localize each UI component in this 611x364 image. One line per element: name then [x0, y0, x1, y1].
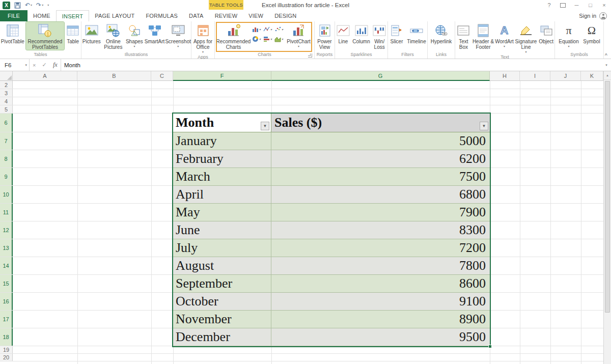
- help-button[interactable]: ?: [542, 0, 556, 10]
- recommended-pivottables-button[interactable]: Recommended PivotTables: [26, 22, 65, 50]
- cell-sales[interactable]: 7800: [271, 257, 490, 274]
- recommended-charts-button[interactable]: Recommended Charts: [217, 22, 251, 50]
- tab-design[interactable]: DESIGN: [269, 10, 302, 21]
- formula-content[interactable]: Month: [61, 59, 602, 71]
- cell-sales[interactable]: 8600: [271, 275, 490, 292]
- cell-month[interactable]: March: [173, 168, 271, 185]
- scrollbar-thumb[interactable]: [605, 81, 610, 313]
- slicer-button[interactable]: Slicer: [388, 22, 405, 44]
- cancel-button[interactable]: ×: [33, 62, 36, 68]
- undo-button[interactable]: ↶▾: [25, 2, 32, 8]
- tab-view[interactable]: VIEW: [243, 10, 269, 21]
- row-header[interactable]: 19: [0, 346, 13, 353]
- shapes-button[interactable]: Shapes ▾: [125, 22, 144, 48]
- text-box-button[interactable]: Text Box: [455, 22, 472, 50]
- row-header[interactable]: 14: [0, 257, 13, 274]
- maximize-button[interactable]: □: [584, 0, 597, 10]
- column-header-c[interactable]: C: [151, 71, 173, 81]
- insert-scatter-chart-button[interactable]: ▾: [273, 24, 285, 34]
- object-button[interactable]: Object: [538, 22, 554, 44]
- month-filter-button[interactable]: ▼: [261, 122, 269, 130]
- tab-insert[interactable]: INSERT: [56, 10, 89, 21]
- apps-for-office-button[interactable]: Apps for Office ▾: [192, 22, 214, 54]
- cell-sales[interactable]: 7900: [271, 204, 490, 221]
- cell-sales[interactable]: 6200: [271, 150, 490, 167]
- table-header-month[interactable]: Month ▼: [173, 114, 271, 132]
- cell-sales[interactable]: 8300: [271, 221, 490, 239]
- insert-pie-chart-button[interactable]: ▾: [251, 34, 262, 44]
- column-header-a[interactable]: A: [13, 71, 77, 81]
- online-pictures-button[interactable]: Online Pictures: [102, 22, 124, 50]
- row-header[interactable]: 3: [0, 89, 13, 97]
- tab-file[interactable]: FILE: [0, 10, 27, 21]
- cell-sales[interactable]: 7500: [271, 168, 490, 185]
- cell-month[interactable]: August: [173, 257, 271, 274]
- header-footer-button[interactable]: Header & Footer: [473, 22, 494, 50]
- column-header-k[interactable]: K: [581, 71, 603, 81]
- customize-quick-access-button[interactable]: ▾: [47, 2, 49, 8]
- cell-month[interactable]: February: [173, 150, 271, 167]
- cell-month[interactable]: April: [173, 186, 271, 203]
- excel-logo-icon[interactable]: X: [3, 2, 10, 9]
- table-button[interactable]: Table: [65, 22, 81, 44]
- select-all-button[interactable]: [0, 71, 13, 81]
- row-header[interactable]: 15: [0, 275, 13, 292]
- cell-month[interactable]: October: [173, 293, 271, 310]
- table-header-sales[interactable]: Sales ($) ▼: [271, 114, 490, 132]
- column-header-j[interactable]: J: [550, 71, 581, 81]
- equation-button[interactable]: π Equation ▾: [557, 22, 581, 48]
- row-header[interactable]: 18: [0, 328, 13, 346]
- cell-month[interactable]: September: [173, 275, 271, 292]
- pivotchart-button[interactable]: PivotChart ▾: [285, 22, 313, 48]
- insert-area-chart-button[interactable]: ▾: [273, 34, 285, 44]
- vertical-scrollbar[interactable]: ▲: [603, 71, 611, 364]
- row-header[interactable]: 9: [0, 168, 13, 185]
- enter-button[interactable]: ✓: [42, 62, 47, 68]
- row-header[interactable]: 6: [0, 114, 13, 132]
- pivottable-button[interactable]: PivotTable: [0, 22, 25, 44]
- name-box-dropdown-icon[interactable]: ▾: [25, 63, 27, 67]
- cell-sales[interactable]: 6800: [271, 186, 490, 203]
- cell-month[interactable]: July: [173, 239, 271, 257]
- close-button[interactable]: ×: [597, 0, 611, 10]
- tab-home[interactable]: HOME: [27, 10, 56, 21]
- cell-month[interactable]: May: [173, 204, 271, 221]
- row-header[interactable]: 4: [0, 97, 13, 105]
- scroll-up-button[interactable]: ▲: [604, 71, 611, 80]
- tab-review[interactable]: REVIEW: [209, 10, 243, 21]
- cell-sales[interactable]: 8900: [271, 311, 490, 328]
- row-header[interactable]: 5: [0, 105, 13, 113]
- insert-function-button[interactable]: fx: [53, 61, 58, 69]
- cell-sales[interactable]: 9500: [271, 328, 490, 346]
- row-header[interactable]: 11: [0, 204, 13, 221]
- charts-dialog-launcher[interactable]: [308, 53, 312, 58]
- sparkline-winloss-button[interactable]: Win/ Loss: [371, 22, 387, 50]
- row-header[interactable]: 16: [0, 293, 13, 310]
- row-header[interactable]: 8: [0, 150, 13, 167]
- pictures-button[interactable]: Pictures: [81, 22, 102, 44]
- sign-in[interactable]: Sign in: [579, 10, 611, 21]
- save-icon[interactable]: [14, 2, 21, 9]
- wordart-button[interactable]: A WordArt ▾: [494, 22, 514, 48]
- row-header[interactable]: 2: [0, 81, 13, 89]
- minimize-button[interactable]: ─: [570, 0, 584, 10]
- symbol-button[interactable]: Ω Symbol: [581, 22, 602, 44]
- name-box[interactable]: F6 ▾: [0, 59, 30, 71]
- cell-sales[interactable]: 7200: [271, 239, 490, 257]
- cell-month[interactable]: December: [173, 328, 271, 346]
- insert-line-chart-button[interactable]: ▾: [262, 24, 273, 34]
- tab-formulas[interactable]: FORMULAS: [140, 10, 183, 21]
- timeline-button[interactable]: Timeline: [406, 22, 427, 44]
- column-header-b[interactable]: B: [77, 71, 151, 81]
- sparkline-column-button[interactable]: Column: [352, 22, 371, 44]
- formula-bar-expand-button[interactable]: ▾: [602, 59, 611, 71]
- power-view-button[interactable]: Power View: [315, 22, 335, 50]
- row-header[interactable]: 20: [0, 354, 13, 361]
- collapse-ribbon-button[interactable]: ^: [605, 52, 607, 58]
- smartart-button[interactable]: SmartArt: [145, 22, 165, 44]
- row-header[interactable]: 7: [0, 132, 13, 150]
- redo-button[interactable]: ↷▾: [36, 2, 43, 8]
- cell-month[interactable]: January: [173, 132, 271, 150]
- tab-data[interactable]: DATA: [183, 10, 209, 21]
- sales-filter-button[interactable]: ▼: [480, 122, 488, 130]
